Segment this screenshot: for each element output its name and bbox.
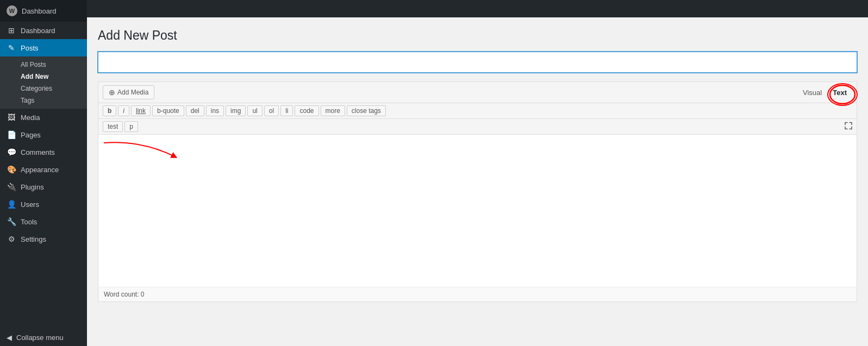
sidebar-item-label: Users [21, 200, 39, 209]
p-button[interactable]: p [124, 121, 138, 132]
plugins-icon: 🔌 [7, 183, 16, 191]
post-title-input[interactable] [98, 52, 857, 73]
expand-editor-button[interactable] [845, 122, 852, 131]
sidebar-item-label: Pages [21, 131, 41, 139]
close-tags-button[interactable]: close tags [347, 105, 386, 116]
sidebar-item-label: Tools [21, 218, 37, 226]
add-new-link[interactable]: Add New [21, 71, 87, 83]
test-button[interactable]: test [103, 121, 123, 132]
code-button[interactable]: code [295, 105, 319, 116]
wordpress-logo: W [7, 5, 17, 16]
editor-toolbar-top: ⊕ Add Media Visual Text [98, 82, 857, 103]
sidebar-item-label: Settings [21, 235, 46, 243]
text-tab[interactable]: Text [827, 86, 852, 99]
add-media-icon: ⊕ [109, 88, 115, 97]
sidebar-item-label: Media [21, 114, 40, 122]
all-posts-link[interactable]: All Posts [21, 59, 87, 71]
bquote-button[interactable]: b-quote [152, 105, 184, 116]
italic-button[interactable]: i [118, 105, 129, 116]
sidebar-item-plugins[interactable]: 🔌 Plugins [0, 178, 87, 196]
page-title: Add New Post [98, 28, 857, 43]
editor-footer: Word count: 0 [98, 287, 857, 301]
admin-bar [87, 0, 868, 17]
sidebar-item-users[interactable]: 👤 Users [0, 196, 87, 213]
word-count: Word count: 0 [104, 291, 144, 298]
li-button[interactable]: li [280, 105, 293, 116]
tags-link[interactable]: Tags [21, 95, 87, 106]
add-media-button[interactable]: ⊕ Add Media [103, 85, 154, 99]
pages-icon: 📄 [7, 130, 16, 139]
collapse-label: Collapse menu [16, 334, 64, 342]
dashboard-link[interactable]: Dashboard [22, 7, 57, 15]
sidebar: W Dashboard ⊞ Dashboard ✎ Posts All Post… [0, 0, 87, 346]
tools-icon: 🔧 [7, 217, 16, 226]
sidebar-item-label: Posts [21, 44, 39, 52]
visual-tab[interactable]: Visual [797, 86, 827, 99]
text-tab-container: Text [827, 86, 852, 99]
media-icon: 🖼 [7, 113, 16, 122]
posts-icon: ✎ [7, 43, 16, 52]
collapse-menu-button[interactable]: ◀ Collapse menu [0, 329, 87, 346]
collapse-icon: ◀ [7, 334, 12, 342]
sidebar-item-dashboard[interactable]: ⊞ Dashboard [0, 22, 87, 39]
sidebar-item-tools[interactable]: 🔧 Tools [0, 213, 87, 230]
posts-submenu: All Posts Add New Categories Tags [0, 56, 87, 109]
ins-button[interactable]: ins [206, 105, 224, 116]
more-button[interactable]: more [321, 105, 345, 116]
sidebar-item-label: Comments [21, 148, 55, 156]
sidebar-item-comments[interactable]: 💬 Comments [0, 143, 87, 161]
link-button[interactable]: link [131, 105, 151, 116]
comments-icon: 💬 [7, 148, 16, 156]
main-content: Add New Post ⊕ Add Media Visual Text [87, 0, 868, 346]
content-area: Add New Post ⊕ Add Media Visual Text [87, 17, 868, 346]
ul-button[interactable]: ul [247, 105, 262, 116]
img-button[interactable]: img [226, 105, 246, 116]
sidebar-item-appearance[interactable]: 🎨 Appearance [0, 161, 87, 178]
ol-button[interactable]: ol [264, 105, 279, 116]
appearance-icon: 🎨 [7, 165, 16, 174]
sidebar-bottom: ◀ Collapse menu [0, 329, 87, 346]
sidebar-logo[interactable]: W Dashboard [0, 0, 87, 22]
format-row1: b i link b-quote del ins img ul ol li co… [98, 103, 857, 119]
sidebar-item-label: Appearance [21, 166, 59, 174]
settings-icon: ⚙ [7, 235, 16, 243]
visual-text-tabs: Visual Text [797, 86, 852, 99]
users-icon: 👤 [7, 200, 16, 209]
sidebar-item-label: Plugins [21, 183, 44, 191]
add-media-label: Add Media [117, 89, 148, 96]
categories-link[interactable]: Categories [21, 83, 87, 95]
sidebar-item-pages[interactable]: 📄 Pages [0, 126, 87, 143]
format-row2: test p [98, 119, 857, 135]
sidebar-item-label: Dashboard [21, 27, 55, 35]
dashboard-icon: ⊞ [7, 26, 16, 35]
editor-body[interactable] [98, 135, 857, 287]
del-button[interactable]: del [186, 105, 204, 116]
sidebar-item-media[interactable]: 🖼 Media [0, 109, 87, 126]
sidebar-item-settings[interactable]: ⚙ Settings [0, 230, 87, 248]
bold-button[interactable]: b [103, 105, 116, 116]
sidebar-item-posts[interactable]: ✎ Posts [0, 39, 87, 56]
editor-wrap: ⊕ Add Media Visual Text b i [98, 81, 857, 302]
